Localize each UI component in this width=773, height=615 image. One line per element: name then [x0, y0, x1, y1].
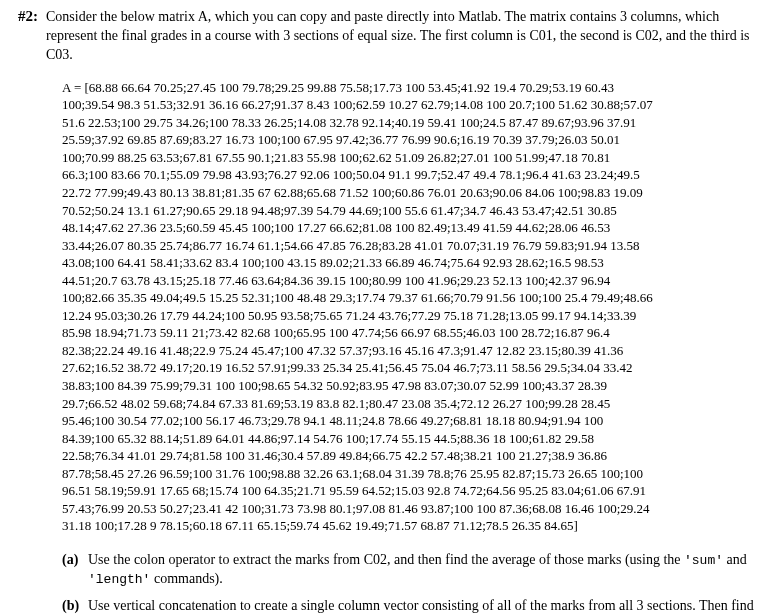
matrix-line: 33.44;26.07 80.35 25.74;86.77 16.74 61.1… — [62, 237, 755, 255]
matrix-line: 95.46;100 30.54 77.02;100 56.17 46.73;29… — [62, 412, 755, 430]
matrix-line: 25.59;37.92 69.85 87.69;83.27 16.73 100;… — [62, 131, 755, 149]
matrix-line: 12.24 95.03;30.26 17.79 44.24;100 50.95 … — [62, 307, 755, 325]
part-a: (a) Use the colon operator to extract th… — [62, 551, 755, 589]
part-a-mid: and — [723, 552, 747, 567]
matrix-line: 43.08;100 64.41 58.41;33.62 83.4 100;100… — [62, 254, 755, 272]
part-a-post: commands). — [150, 571, 222, 586]
matrix-line: 70.52;50.24 13.1 61.27;90.65 29.18 94.48… — [62, 202, 755, 220]
code-sum: 'sum' — [684, 553, 723, 568]
problem-number: #2: — [18, 8, 46, 25]
part-a-text: Use the colon operator to extract the ma… — [88, 551, 755, 589]
matrix-line: 84.39;100 65.32 88.14;51.89 64.01 44.86;… — [62, 430, 755, 448]
part-a-pre: Use the colon operator to extract the ma… — [88, 552, 684, 567]
part-a-label: (a) — [62, 551, 88, 589]
matrix-line: 85.98 18.94;71.73 59.11 21;73.42 82.68 1… — [62, 324, 755, 342]
matrix-line: 100;70.99 88.25 63.53;67.81 67.55 90.1;2… — [62, 149, 755, 167]
matrix-line: 96.51 58.19;59.91 17.65 68;15.74 100 64.… — [62, 482, 755, 500]
problem-header: #2: Consider the below matrix A, which y… — [18, 8, 755, 65]
matrix-line: 100;39.54 98.3 51.53;32.91 36.16 66.27;9… — [62, 96, 755, 114]
matrix-line: 48.14;47.62 27.36 23.5;60.59 45.45 100;1… — [62, 219, 755, 237]
problem-intro: Consider the below matrix A, which you c… — [46, 8, 755, 65]
part-b-label: (b) — [62, 597, 88, 615]
matrix-line: 100;82.66 35.35 49.04;49.5 15.25 52.31;1… — [62, 289, 755, 307]
matrix-line: 44.51;20.7 63.78 43.15;25.18 77.46 63.64… — [62, 272, 755, 290]
matrix-line: A = [68.88 66.64 70.25;27.45 100 79.78;2… — [62, 79, 755, 97]
part-b-text: Use vertical concatenation to create a s… — [88, 597, 755, 615]
matrix-line: 66.3;100 83.66 70.1;55.09 79.98 43.93;76… — [62, 166, 755, 184]
matrix-line: 29.7;66.52 48.02 59.68;74.84 67.33 81.69… — [62, 395, 755, 413]
matrix-line: 82.38;22.24 49.16 41.48;22.9 75.24 45.47… — [62, 342, 755, 360]
part-b: (b) Use vertical concatenation to create… — [62, 597, 755, 615]
matrix-line: 38.83;100 84.39 75.99;79.31 100 100;98.6… — [62, 377, 755, 395]
matrix-line: 31.18 100;17.28 9 78.15;60.18 67.11 65.1… — [62, 517, 755, 535]
matrix-line: 87.78;58.45 27.26 96.59;100 31.76 100;98… — [62, 465, 755, 483]
matrix-line: 51.6 22.53;100 29.75 34.26;100 78.33 26.… — [62, 114, 755, 132]
matrix-line: 57.43;76.99 20.53 50.27;23.41 42 100;31.… — [62, 500, 755, 518]
problem-parts: (a) Use the colon operator to extract th… — [62, 551, 755, 615]
code-length: 'length' — [88, 572, 150, 587]
matrix-line: 22.72 77.99;49.43 80.13 38.81;81.35 67 6… — [62, 184, 755, 202]
matrix-definition: A = [68.88 66.64 70.25;27.45 100 79.78;2… — [62, 79, 755, 535]
matrix-line: 27.62;16.52 38.72 49.17;20.19 16.52 57.9… — [62, 359, 755, 377]
matrix-line: 22.58;76.34 41.01 29.74;81.58 100 31.46;… — [62, 447, 755, 465]
